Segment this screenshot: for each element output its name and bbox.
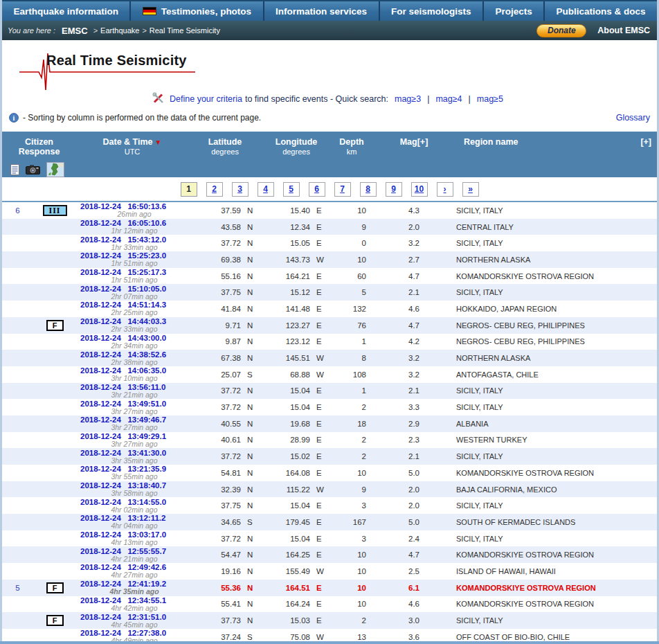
events-table-header: Citizen Response	[2, 132, 657, 177]
pagination-page-link[interactable]: 7	[334, 182, 351, 197]
column-header-depth[interactable]: Depth km	[331, 132, 372, 177]
pagination-page-link[interactable]: 10	[411, 182, 428, 197]
nav-tab[interactable]: Information services	[264, 1, 380, 21]
comments-count[interactable]	[2, 366, 33, 383]
comments-count[interactable]	[2, 251, 33, 268]
comments-count[interactable]	[2, 219, 33, 235]
comments-count[interactable]	[2, 268, 33, 285]
nav-tab[interactable]: Testimonies, photos	[131, 1, 264, 21]
quick-search-mag4-link[interactable]: mag≥4	[435, 94, 462, 104]
comments-count[interactable]	[2, 432, 33, 449]
pagination-page-link[interactable]: 6	[309, 182, 325, 197]
comments-count[interactable]	[2, 317, 33, 334]
region-name: KOMANDORSKIYE OSTROVA REGION	[455, 596, 630, 613]
pagination-page-link[interactable]: 5	[283, 182, 300, 197]
comments-count[interactable]: 5	[2, 580, 33, 596]
felt-report-badge[interactable]: F	[46, 582, 64, 593]
column-header-citizen-response: Citizen Response	[2, 132, 76, 177]
quick-search-mag5-link[interactable]: mag≥5	[477, 94, 503, 104]
comments-list-icon[interactable]	[10, 164, 19, 175]
define-criteria-link[interactable]: Define your criteria	[170, 94, 242, 104]
event-time-ago: 3hr 55min ago	[80, 473, 188, 481]
event-datetime-link[interactable]: 2018-12-24 13:41:30.0	[80, 449, 188, 457]
comments-count[interactable]	[2, 415, 33, 432]
comments-count[interactable]	[2, 596, 33, 613]
comments-count[interactable]	[2, 448, 33, 465]
event-datetime-link[interactable]: 2018-12-24 12:31:51.0	[80, 613, 188, 621]
breadcrumb-link-emsc[interactable]: EMSC	[62, 26, 88, 36]
event-datetime-link[interactable]: 2018-12-24 13:14:55.0	[80, 498, 188, 506]
expand-cell	[630, 235, 657, 251]
pagination-current-page[interactable]: 1	[181, 182, 197, 197]
depth-value: 10	[331, 546, 372, 563]
column-header-latitude[interactable]: Latitude degrees	[188, 132, 262, 177]
column-header-longitude[interactable]: Longitude degrees	[262, 132, 331, 177]
depth-value: 3	[331, 530, 372, 547]
longitude-direction: E	[313, 514, 331, 530]
comments-count[interactable]	[2, 235, 33, 251]
comments-count[interactable]	[2, 612, 33, 629]
about-emsc-link[interactable]: About EMSC	[597, 26, 650, 35]
comments-count[interactable]: 6	[2, 202, 33, 219]
breadcrumb-link-earthquake[interactable]: Earthquake	[100, 26, 139, 35]
events-tbody: 6 III 2018-12-24 16:50:13.6 26min ago 37…	[2, 202, 657, 644]
nav-tab[interactable]: Publications & docs	[545, 1, 657, 21]
pagination-page-link[interactable]: »	[462, 182, 479, 197]
event-datetime-link[interactable]: 2018-12-24 13:49:51.0	[80, 400, 188, 408]
pagination-page-link[interactable]: 3	[232, 182, 249, 197]
event-datetime-cell: 2018-12-24 14:51:14.3 2hr 25min ago	[76, 301, 188, 317]
comments-count[interactable]	[2, 465, 33, 481]
column-header-datetime[interactable]: Date & Time▼ UTC	[76, 132, 188, 177]
nav-tab[interactable]: Projects	[484, 1, 545, 21]
column-header-magnitude[interactable]: Mag[+]	[372, 132, 455, 177]
longitude-direction: E	[313, 465, 331, 481]
comments-count[interactable]	[2, 497, 33, 514]
pagination-page-link[interactable]: 2	[206, 182, 223, 197]
nav-tab[interactable]: For seismologists	[380, 1, 484, 21]
intensity-badge[interactable]: III	[43, 205, 67, 216]
datetime-header-label: Date & Time	[103, 137, 153, 147]
pagination-page-link[interactable]: 9	[386, 182, 402, 197]
pagination-page-link[interactable]: 8	[360, 182, 377, 197]
breadcrumb-separator: >	[93, 26, 98, 35]
quick-search-mag3-link[interactable]: mag≥3	[395, 94, 421, 104]
comments-count[interactable]	[2, 530, 33, 547]
citizen-badge-cell	[33, 268, 76, 285]
donate-button[interactable]: Donate	[536, 24, 586, 37]
nav-tab-label: Projects	[495, 6, 532, 17]
comments-count[interactable]	[2, 563, 33, 580]
pagination-page-link[interactable]: ›	[437, 182, 453, 197]
felt-report-badge[interactable]: F	[46, 615, 64, 626]
column-header-region[interactable]: Region name	[455, 132, 630, 177]
event-datetime-link[interactable]: 2018-12-24 14:38:52.6	[80, 350, 188, 359]
comments-count[interactable]	[2, 383, 33, 400]
pagination-page-link[interactable]: 4	[258, 182, 274, 197]
felt-report-badge[interactable]: F	[46, 320, 64, 331]
expand-cell	[630, 497, 657, 514]
comments-count[interactable]	[2, 399, 33, 415]
latitude-direction: N	[244, 530, 262, 547]
comments-count[interactable]	[2, 481, 33, 498]
event-time-ago: 4hr 42min ago	[80, 605, 188, 612]
nav-tab[interactable]: Earthquake information	[2, 1, 131, 21]
photos-camera-icon[interactable]	[26, 165, 40, 175]
longitude-direction: E	[313, 580, 331, 596]
breadcrumb-separator: >	[142, 26, 146, 35]
comments-count[interactable]	[2, 350, 33, 366]
comments-count[interactable]	[2, 284, 33, 301]
citizen-badge-cell	[33, 481, 76, 498]
citizen-response-label: Citizen Response	[6, 137, 73, 156]
column-header-expand[interactable]: [+]	[630, 132, 657, 177]
latitude-value: 32.39	[188, 481, 244, 498]
comments-count[interactable]	[2, 546, 33, 563]
map-icon[interactable]	[46, 162, 64, 177]
comments-count[interactable]	[2, 514, 33, 530]
event-datetime-link[interactable]: 2018-12-24 15:10:05.0	[80, 285, 188, 293]
longitude-value: 15.04	[262, 383, 313, 400]
event-datetime-link[interactable]: 2018-12-24 15:43:12.0	[80, 235, 188, 244]
longitude-direction: E	[313, 448, 331, 465]
comments-count[interactable]	[2, 334, 33, 350]
event-datetime-link[interactable]: 2018-12-24 12:55:55.7	[80, 547, 188, 555]
comments-count[interactable]	[2, 301, 33, 317]
glossary-link[interactable]: Glossary	[616, 113, 650, 123]
